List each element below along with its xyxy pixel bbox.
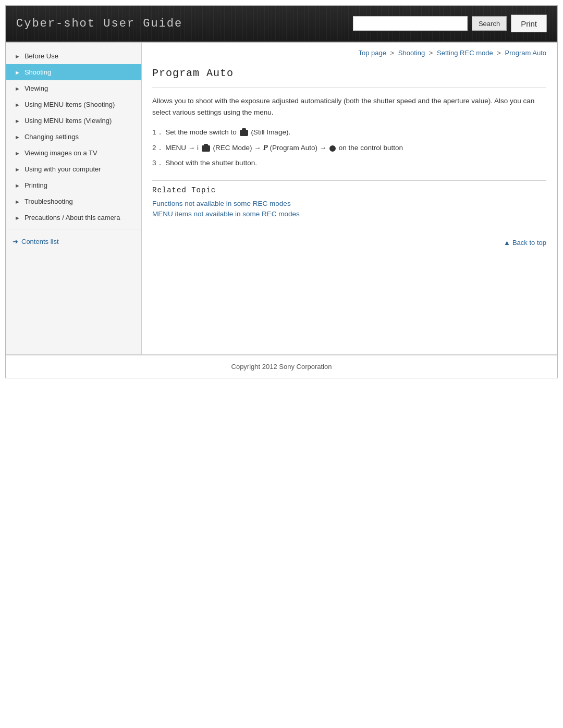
- chevron-right-icon: ►: [15, 150, 20, 156]
- sidebar-item-menu-shooting[interactable]: ► Using MENU items (Shooting): [6, 96, 141, 113]
- chevron-right-icon: ►: [15, 69, 20, 76]
- breadcrumb-top[interactable]: Top page: [358, 49, 386, 57]
- content-area: Top page > Shooting > Setting REC mode >…: [142, 43, 557, 354]
- triangle-up-icon: ▲: [504, 239, 510, 246]
- chevron-right-icon: ►: [15, 215, 20, 221]
- related-divider: [152, 180, 546, 181]
- print-button[interactable]: Print: [511, 15, 547, 32]
- related-title: Related Topic: [152, 186, 546, 194]
- step-text-cont: (REC Mode) →: [213, 144, 263, 152]
- page-description: Allows you to shoot with the exposure ad…: [152, 95, 546, 118]
- camera-icon: [202, 145, 210, 152]
- breadcrumb-separator: >: [390, 49, 396, 57]
- chevron-right-icon: ►: [15, 102, 20, 108]
- sidebar-item-label: Troubleshooting: [25, 198, 73, 205]
- sidebar-item-label: Shooting: [25, 68, 51, 76]
- step-3: 3． Shoot with the shutter button.: [152, 157, 546, 169]
- sidebar-item-label: Changing settings: [25, 133, 79, 141]
- contents-list-link[interactable]: ➜ Contents list: [6, 232, 141, 251]
- chevron-right-icon: ►: [15, 118, 20, 124]
- site-header: Cyber-shot User Guide Search Print: [6, 6, 557, 42]
- sidebar-item-before-use[interactable]: ► Before Use: [6, 48, 141, 64]
- back-to-top-label: Back to top: [512, 239, 546, 246]
- sidebar-item-label: Viewing: [25, 84, 48, 92]
- breadcrumb-separator: >: [429, 49, 435, 57]
- contents-list-label: Contents list: [21, 238, 59, 245]
- back-to-top-row: ▲ Back to top: [152, 233, 546, 246]
- sidebar-item-menu-viewing[interactable]: ► Using MENU items (Viewing): [6, 113, 141, 129]
- breadcrumb-separator: >: [497, 49, 503, 57]
- related-link-2[interactable]: MENU items not available in some REC mod…: [152, 210, 546, 218]
- sidebar-item-troubleshooting[interactable]: ► Troubleshooting: [6, 193, 141, 209]
- sidebar-item-label: Printing: [25, 181, 47, 189]
- breadcrumb: Top page > Shooting > Setting REC mode >…: [152, 43, 546, 62]
- sidebar-item-changing-settings[interactable]: ► Changing settings: [6, 129, 141, 145]
- search-input[interactable]: [353, 16, 468, 31]
- chevron-right-icon: ►: [15, 199, 20, 205]
- step-number: 1．: [152, 128, 164, 136]
- breadcrumb-program-auto[interactable]: Program Auto: [505, 49, 547, 57]
- sidebar-item-label: Using MENU items (Viewing): [25, 117, 112, 125]
- p-icon: P: [263, 143, 268, 152]
- site-title: Cyber-shot User Guide: [6, 17, 182, 30]
- sidebar-item-precautions[interactable]: ► Precautions / About this camera: [6, 209, 141, 226]
- step-1: 1． Set the mode switch to (Still Image).: [152, 126, 546, 139]
- step-text: Set the mode switch to: [165, 128, 238, 136]
- chevron-right-icon: ►: [15, 53, 20, 59]
- sidebar-item-printing[interactable]: ► Printing: [6, 177, 141, 193]
- sidebar-item-label: Precautions / About this camera: [25, 214, 120, 221]
- step-number: 2．: [152, 144, 164, 152]
- main-container: ► Before Use ► Shooting ► Viewing ► Usin…: [6, 42, 557, 355]
- breadcrumb-setting-rec[interactable]: Setting REC mode: [437, 49, 493, 57]
- sidebar: ► Before Use ► Shooting ► Viewing ► Usin…: [6, 43, 142, 354]
- step-number: 3．: [152, 159, 164, 167]
- sidebar-item-label: Before Use: [25, 52, 58, 60]
- copyright-text: Copyright 2012 Sony Corporation: [231, 363, 332, 371]
- header-controls: Search Print: [353, 15, 557, 32]
- step-text: MENU → i: [165, 144, 199, 152]
- step-2: 2． MENU → i (REC Mode) → P (Program Auto…: [152, 141, 546, 155]
- related-topic-section: Related Topic Functions not available in…: [152, 180, 546, 218]
- step-text-cont: (Still Image).: [251, 128, 290, 136]
- circle-icon: [329, 145, 336, 152]
- chevron-right-icon: ►: [15, 85, 20, 92]
- sidebar-item-computer[interactable]: ► Using with your computer: [6, 161, 141, 177]
- footer: Copyright 2012 Sony Corporation: [6, 355, 557, 378]
- steps-section: 1． Set the mode switch to (Still Image).…: [152, 126, 546, 170]
- page-title: Program Auto: [152, 67, 546, 79]
- search-button[interactable]: Search: [472, 16, 507, 31]
- sidebar-divider: [6, 229, 141, 229]
- chevron-right-icon: ►: [15, 182, 20, 189]
- camera-icon: [240, 130, 248, 136]
- sidebar-item-viewing[interactable]: ► Viewing: [6, 80, 141, 96]
- breadcrumb-shooting[interactable]: Shooting: [398, 49, 425, 57]
- arrow-right-icon: ➜: [13, 238, 18, 245]
- step-text-cont2: (Program Auto) →: [270, 144, 329, 152]
- sidebar-item-label: Using MENU items (Shooting): [25, 101, 115, 108]
- sidebar-item-label: Using with your computer: [25, 165, 101, 173]
- sidebar-item-label: Viewing images on a TV: [25, 149, 97, 157]
- step-text-cont3: on the control button: [339, 144, 403, 152]
- step-text: Shoot with the shutter button.: [165, 159, 257, 167]
- chevron-right-icon: ►: [15, 166, 20, 172]
- sidebar-item-viewing-tv[interactable]: ► Viewing images on a TV: [6, 145, 141, 161]
- sidebar-item-shooting[interactable]: ► Shooting: [6, 64, 141, 80]
- related-link-1[interactable]: Functions not available in some REC mode…: [152, 200, 546, 207]
- chevron-right-icon: ►: [15, 134, 20, 140]
- title-divider: [152, 88, 546, 88]
- back-to-top-link[interactable]: ▲ Back to top: [504, 239, 546, 246]
